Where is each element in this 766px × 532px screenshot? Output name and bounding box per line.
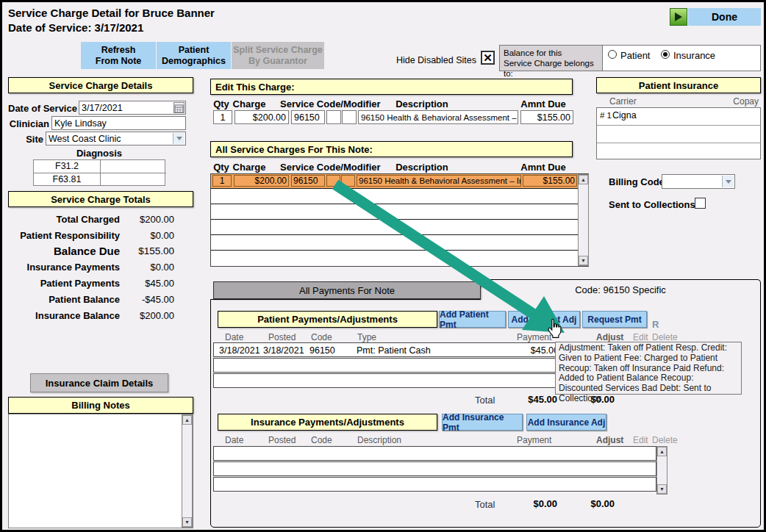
pp-col-delete[interactable]: Delete (652, 332, 678, 342)
col-qty: Qty (212, 162, 231, 173)
insurance-payments-value: $0.00 (120, 262, 174, 273)
chevron-down-icon[interactable] (722, 176, 734, 187)
pp-col-adjust: Adjust (596, 332, 623, 342)
insurance-balance-value: $200.00 (120, 310, 174, 321)
sent-to-collections-label: Sent to Collections (609, 199, 695, 210)
diagnosis-code-cell[interactable]: F63.81 (34, 173, 101, 186)
edit-charge-input[interactable]: $200.00 (235, 110, 289, 124)
col-service-code: Service Code/Modifier (280, 162, 371, 173)
ip-col-date: Date (225, 435, 243, 445)
pp-total-label: Total (475, 395, 495, 406)
col-service-code: Service Code/Modifier (280, 98, 371, 109)
insurance-carrier-row[interactable] (597, 126, 760, 143)
clinician-label: Clinician (8, 118, 49, 129)
patient-demographics-button[interactable]: PatientDemographics (157, 42, 231, 69)
tab-all-payments-button[interactable]: All Payments For Note (213, 281, 481, 299)
insurance-carrier-row[interactable]: # 1 Cigna (597, 108, 760, 126)
billing-code-select[interactable] (662, 174, 735, 189)
edit-amnt-due-input[interactable]: $155.00 (520, 110, 573, 124)
checkbox-x-icon: ✕ (483, 51, 493, 65)
ip-col-delete[interactable]: Delete (652, 435, 678, 445)
page-date-subtitle: Date of Service: 3/17/2021 (8, 21, 143, 34)
edit-modifier1-input[interactable] (326, 110, 341, 124)
edit-description-input[interactable]: 96150 Health & Behavioral Assessment – I… (358, 110, 518, 124)
patient-payments-value: $45.00 (120, 278, 174, 289)
edit-qty-input[interactable]: 1 (213, 110, 232, 124)
pp-row-code: 96150 (309, 345, 335, 356)
insurance-payment-row[interactable] (213, 446, 656, 461)
run-play-icon[interactable] (670, 8, 687, 26)
total-charged-label: Total Charged (8, 214, 120, 225)
insurance-balance-label: Insurance Balance (8, 310, 120, 321)
scroll-up-icon[interactable]: ▲ (657, 447, 667, 456)
pp-row-posted: 3/18/2021 (263, 345, 304, 356)
insurance-carrier-list: # 1 Cigna (596, 107, 761, 159)
pp-row-type: Pmt: Patient Cash (357, 345, 431, 356)
insurance-payment-row[interactable] (213, 477, 656, 492)
add-patient-pmt-button[interactable]: Add Patient Pmt (439, 311, 506, 328)
add-patient-adj-button[interactable]: Add Patient Adj (508, 311, 580, 328)
r-marker: R (652, 319, 659, 330)
ip-col-edit[interactable]: Edit (633, 435, 648, 445)
insurance-payment-row[interactable] (213, 461, 656, 476)
balance-patient-radio[interactable] (608, 50, 617, 59)
diagnosis-code-cell[interactable]: F31.2 (34, 160, 101, 173)
pp-total-payment: $45.00 (513, 394, 557, 405)
scroll-down-icon[interactable]: ▼ (182, 517, 192, 527)
pp-row-date: 3/18/2021 (219, 345, 260, 356)
patient-payments-label: Patient Payments (8, 278, 120, 289)
scroll-up-icon[interactable]: ▲ (182, 415, 192, 425)
insurance-table-scrollbar[interactable]: ▲ ▼ (656, 446, 667, 495)
hide-disabled-sites-label: Hide Disabled Sites (395, 55, 476, 65)
insurance-payments-header: Insurance Payments/Adjustments (218, 414, 437, 431)
col-description: Description (390, 162, 454, 173)
date-of-service-input[interactable]: 3/17/2021 (79, 101, 186, 115)
total-charged-value: $200.00 (120, 214, 174, 225)
carrier-column-label: Carrier (609, 96, 637, 107)
site-label: Site (8, 134, 43, 145)
charge-row-selected[interactable]: 1 $200.00 96150 96150 Health & Behaviora… (211, 174, 578, 189)
balance-insurance-radio[interactable] (661, 50, 670, 59)
all-service-charges-header: All Service Charges For This Note: (210, 141, 573, 157)
billing-notes-scrollbar[interactable]: ▲ ▼ (182, 414, 193, 528)
all-charges-scrollbar[interactable]: ▲ ▼ (578, 174, 589, 266)
pp-row-payment: $45.00 (509, 345, 559, 356)
request-pmt-button[interactable]: Request Pmt (582, 311, 647, 328)
site-select[interactable]: West Coast Clinic (46, 132, 186, 145)
calendar-icon[interactable] (173, 102, 185, 113)
insurance-claim-details-button[interactable]: Insurance Claim Details (30, 373, 168, 392)
ip-total-adjust: $0.00 (578, 498, 615, 509)
done-button[interactable]: Done (688, 8, 761, 26)
hide-disabled-sites-checkbox[interactable]: ✕ (481, 51, 495, 65)
billing-notes-textarea[interactable] (8, 414, 193, 528)
add-insurance-adj-button[interactable]: Add Insurance Adj (526, 414, 606, 431)
ip-col-adjust: Adjust (596, 435, 623, 445)
scroll-up-icon[interactable]: ▲ (579, 175, 588, 184)
clinician-input[interactable]: Kyle Lindsay (51, 116, 186, 130)
page-title: Service Charge Detail for Bruce Banner (8, 7, 215, 19)
hand-cursor-icon (545, 318, 564, 339)
scroll-down-icon[interactable]: ▼ (657, 484, 667, 494)
col-charge: Charge (230, 98, 268, 109)
pp-col-code: Code (311, 332, 332, 342)
diagnosis-table: F31.2 F63.81 (33, 159, 165, 186)
sent-to-collections-checkbox[interactable] (695, 198, 706, 209)
col-charge: Charge (230, 162, 268, 173)
all-charges-table: 1 $200.00 96150 96150 Health & Behaviora… (210, 173, 589, 267)
pp-col-edit[interactable]: Edit (633, 332, 648, 342)
chevron-down-icon[interactable] (173, 133, 185, 144)
col-qty: Qty (212, 98, 231, 109)
insurance-carrier-row[interactable] (597, 143, 760, 159)
edit-code-input[interactable]: 96150 (291, 110, 325, 124)
tab-code-specific[interactable]: Code: 96150 Specific (480, 279, 761, 300)
adjustment-tooltip: Adjustment: Taken off Patient Resp. Cred… (555, 342, 742, 395)
service-charge-details-header: Service Charge Details (8, 77, 193, 93)
patient-balance-value: -$45.00 (120, 294, 174, 305)
billing-notes-header: Billing Notes (8, 397, 193, 414)
edit-modifier2-input[interactable] (342, 110, 357, 124)
service-charge-detail-window: Service Charge Detail for Bruce Banner D… (0, 0, 766, 532)
add-insurance-pmt-button[interactable]: Add Insurance Pmt (442, 414, 523, 431)
insurance-payments-table (213, 446, 656, 492)
refresh-from-note-button[interactable]: RefreshFrom Note (81, 42, 156, 69)
scroll-down-icon[interactable]: ▼ (579, 256, 588, 265)
